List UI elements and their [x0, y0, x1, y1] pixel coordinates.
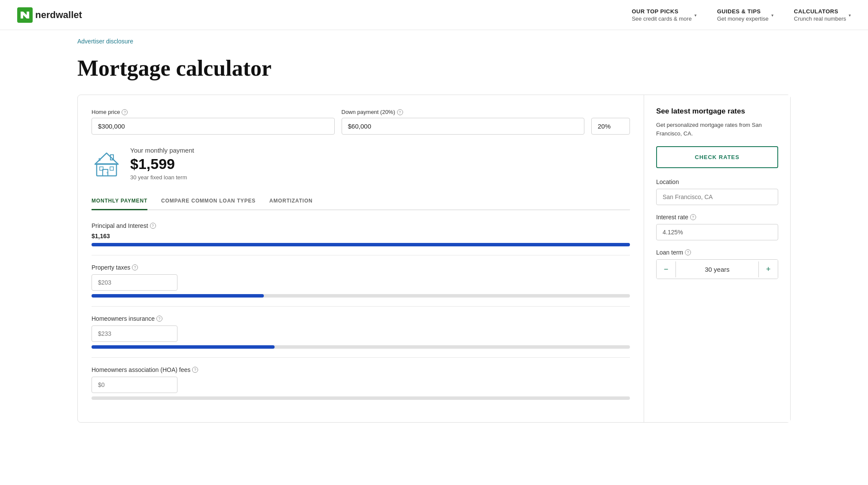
- principal-interest-label: Principal and Interest ?: [92, 222, 156, 229]
- home-price-label: Home price ?: [92, 109, 335, 115]
- loan-term-label: 30 year fixed loan term: [130, 174, 194, 181]
- home-price-input[interactable]: [92, 118, 335, 135]
- calculator-card: Home price ? Down payment (20%) ?: [77, 95, 791, 423]
- loan-term-decrease-button[interactable]: −: [657, 260, 675, 279]
- property-taxes-label: Property taxes ?: [92, 264, 138, 271]
- homeowners-insurance-bar-fill: [92, 345, 275, 349]
- nav-item-calculators[interactable]: CALCULATORS Crunch real numbers ▾: [794, 8, 851, 22]
- divider-3: [92, 357, 630, 358]
- nav-guides-title: GUIDES & TIPS: [717, 8, 769, 15]
- property-taxes-bar-fill: [92, 294, 264, 298]
- down-payment-pct-label: [591, 109, 630, 115]
- location-input[interactable]: [656, 189, 778, 205]
- location-label: Location: [656, 178, 778, 185]
- property-taxes-input[interactable]: [92, 274, 177, 291]
- tab-compare-loans[interactable]: COMPARE COMMON LOAN TYPES: [161, 193, 256, 210]
- nav-top-picks-title: OUR TOP PICKS: [632, 8, 691, 15]
- loan-term-increase-button[interactable]: +: [759, 260, 778, 279]
- down-payment-label: Down payment (20%) ?: [342, 109, 585, 115]
- homeowners-insurance-label: Homeowners insurance ?: [92, 315, 162, 322]
- down-payment-amount-group: Down payment (20%) ?: [342, 109, 585, 135]
- principal-interest-header: Principal and Interest ?: [92, 222, 630, 229]
- homeowners-insurance-input[interactable]: [92, 325, 177, 342]
- calculator-sidebar: See latest mortgage rates Get personaliz…: [644, 95, 790, 422]
- property-taxes-header: Property taxes ?: [92, 264, 630, 271]
- calculator-main: Home price ? Down payment (20%) ?: [78, 95, 644, 422]
- nav-items: OUR TOP PICKS See credit cards & more ▾ …: [632, 8, 851, 22]
- down-payment-percent-group: [591, 109, 630, 135]
- hoa-fees-info-icon[interactable]: ?: [192, 367, 198, 373]
- nav-guides-sub: Get money expertise: [717, 15, 769, 22]
- chevron-down-icon: ▾: [694, 13, 697, 18]
- sidebar-description: Get personalized mortgage rates from San…: [656, 121, 778, 138]
- loan-term-label: Loan term ?: [656, 249, 778, 256]
- loan-term-info-icon[interactable]: ?: [685, 249, 691, 255]
- down-payment-percent-input[interactable]: [591, 118, 630, 135]
- svg-rect-4: [110, 167, 113, 170]
- page-title: Mortgage calculator: [77, 55, 791, 81]
- home-price-info-icon[interactable]: ?: [122, 109, 128, 115]
- principal-interest-bar-fill: [92, 243, 630, 246]
- inputs-row: Home price ? Down payment (20%) ?: [92, 109, 630, 135]
- main-content: Advertiser disclosure Mortgage calculato…: [0, 30, 868, 423]
- nav-item-guides[interactable]: GUIDES & TIPS Get money expertise ▾: [717, 8, 773, 22]
- principal-interest-row: Principal and Interest ? $1,163: [92, 222, 630, 246]
- interest-rate-input[interactable]: [656, 224, 778, 240]
- nav-top-picks-sub: See credit cards & more: [632, 15, 691, 22]
- nav-calculators-sub: Crunch real numbers: [794, 15, 846, 22]
- logo-text: nerdwallet: [35, 9, 82, 21]
- homeowners-insurance-bar: [92, 345, 630, 349]
- interest-rate-info-icon[interactable]: ?: [690, 214, 696, 220]
- calculator-tabs: MONTHLY PAYMENT COMPARE COMMON LOAN TYPE…: [92, 193, 630, 210]
- divider-2: [92, 306, 630, 307]
- hoa-fees-bar: [92, 396, 630, 400]
- navbar: nerdwallet OUR TOP PICKS See credit card…: [0, 0, 868, 30]
- homeowners-insurance-header: Homeowners insurance ?: [92, 315, 630, 322]
- loan-term-value: 30 years: [675, 261, 759, 277]
- property-taxes-bar: [92, 294, 630, 298]
- down-payment-amount-input[interactable]: [342, 118, 585, 135]
- principal-interest-info-icon[interactable]: ?: [150, 223, 156, 229]
- hoa-fees-header: Homeowners association (HOA) fees ?: [92, 366, 630, 373]
- nav-item-top-picks[interactable]: OUR TOP PICKS See credit cards & more ▾: [632, 8, 696, 22]
- payment-info: Your monthly payment $1,599 30 year fixe…: [130, 147, 194, 181]
- svg-text:$: $: [98, 157, 101, 162]
- property-taxes-input-wrap: [92, 274, 630, 291]
- home-price-group: Home price ?: [92, 109, 335, 135]
- tab-amortization[interactable]: AMORTIZATION: [269, 193, 313, 210]
- advertiser-disclosure-link[interactable]: Advertiser disclosure: [77, 38, 133, 45]
- homeowners-insurance-info-icon[interactable]: ?: [156, 316, 162, 322]
- payment-summary: $ Your monthly payment $1,599 30 year fi…: [92, 147, 630, 181]
- hoa-fees-input-wrap: [92, 377, 630, 393]
- hoa-fees-input[interactable]: [92, 377, 177, 393]
- sidebar-title: See latest mortgage rates: [656, 107, 778, 116]
- interest-rate-label: Interest rate ?: [656, 214, 778, 221]
- principal-interest-bar: [92, 243, 630, 246]
- down-payment-info-icon[interactable]: ?: [397, 109, 403, 115]
- homeowners-insurance-row: Homeowners insurance ?: [92, 315, 630, 349]
- divider-1: [92, 255, 630, 255]
- check-rates-button[interactable]: CHECK RATES: [656, 146, 778, 168]
- chevron-down-icon: ▾: [771, 13, 773, 18]
- chevron-down-icon: ▾: [849, 13, 851, 18]
- tab-monthly-payment[interactable]: MONTHLY PAYMENT: [92, 193, 147, 210]
- principal-interest-value: $1,163: [92, 233, 630, 239]
- property-taxes-row: Property taxes ?: [92, 264, 630, 298]
- hoa-fees-row: Homeowners association (HOA) fees ?: [92, 366, 630, 400]
- logo[interactable]: nerdwallet: [17, 7, 82, 23]
- house-icon: $: [92, 149, 122, 179]
- monthly-payment-label: Your monthly payment: [130, 147, 194, 154]
- hoa-fees-label: Homeowners association (HOA) fees ?: [92, 366, 198, 373]
- nav-calculators-title: CALCULATORS: [794, 8, 846, 15]
- loan-term-control: − 30 years +: [656, 259, 778, 279]
- homeowners-insurance-input-wrap: [92, 325, 630, 342]
- monthly-payment-amount: $1,599: [130, 156, 194, 172]
- property-taxes-info-icon[interactable]: ?: [132, 264, 138, 270]
- svg-point-6: [107, 172, 107, 173]
